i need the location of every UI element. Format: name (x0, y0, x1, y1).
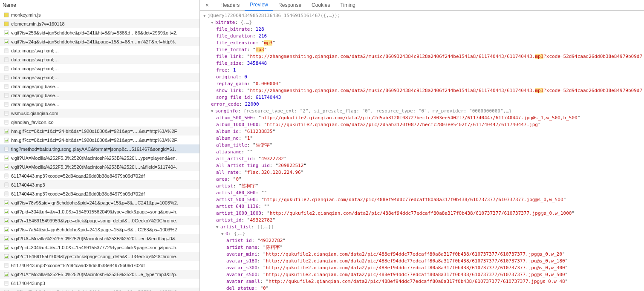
file-row[interactable]: v.gif?UA=Mozilla%252F5.0%2520(Macintosh%… (0, 270, 199, 279)
json-key-file-duration[interactable]: file_duration: 216 (203, 33, 641, 40)
preview-content[interactable]: ▼jQuery17200943498528136486_154691516146… (200, 11, 644, 291)
json-key-avatar-s300[interactable]: avatar_s300: "http://qukufile2.qianqian.… (203, 265, 641, 271)
file-row[interactable]: data:image/png;base… (0, 82, 199, 91)
json-key-original[interactable]: original: 0 (203, 74, 641, 81)
file-row[interactable]: 611740443.mp3 (0, 180, 199, 189)
json-key-error-code[interactable]: error_code: 22000 (203, 101, 641, 108)
file-row[interactable]: v.gif?UA=Mozilla%252F5.0%2520(Macintosh%… (0, 153, 199, 162)
json-key-file-link[interactable]: file_link: "http://zhangmenshiting.qianq… (203, 53, 641, 60)
file-list[interactable]: monkey.min.jselement.min.js?v=160118v.gi… (0, 10, 199, 291)
json-key-artist-list-0[interactable]: ▼0: {,…} (203, 230, 641, 237)
json-key-artist-640[interactable]: artist_640_1136: "" (203, 203, 641, 210)
json-key-file-bitrate[interactable]: file_bitrate: 128 (203, 26, 641, 33)
close-icon[interactable]: × (203, 1, 211, 9)
file-row[interactable]: data:image/svg+xml;… (0, 55, 199, 64)
json-key-file-extension[interactable]: file_extension: "mp3" (203, 40, 641, 46)
svg-rect-86 (5, 281, 8, 285)
file-row[interactable]: 611740443.mp3?xcode=52d94caad26dd0b38e84… (0, 171, 199, 180)
file-name: 611740443.mp3 (11, 281, 45, 286)
chevron-down-icon[interactable]: ▼ (221, 230, 225, 237)
file-row[interactable]: v.gif?pid=304&url=&v=1.0.0&r=15469155377… (0, 243, 199, 252)
file-row[interactable]: data:image/svg+xml;… (0, 64, 199, 73)
file-row[interactable]: v.gif?UA=Mozilla%252F5.0%2520(Macintosh%… (0, 162, 199, 171)
json-key-all-artist-id[interactable]: all_artist_id: "49322782" (203, 156, 641, 162)
file-row[interactable]: hm.gif?cc=0&ck=1&cl=24-bit&ds=1920x1080&… (0, 135, 199, 144)
json-key-album-no[interactable]: album_no: "1" (203, 135, 641, 142)
js-file-icon (3, 12, 9, 18)
json-key-artist-id[interactable]: artist_id: "49322782" (203, 217, 641, 224)
json-key-avatar-mini[interactable]: avatar_mini: "http://qukufile2.qianqian.… (203, 251, 641, 258)
json-key-bitrate[interactable]: ▼bitrate: {,…} (203, 19, 641, 26)
tab-response[interactable]: Response (273, 0, 306, 11)
file-row[interactable]: v.gif?ts=7bzb&sid=jqn5chddohe&pid=241&pa… (0, 288, 199, 291)
file-row[interactable]: data:image/svg+xml;… (0, 46, 199, 55)
file-name: v.gif?ts=253&sid=jqn5chddohe&pid=241&ht=… (11, 30, 177, 35)
json-key-del-status[interactable]: del status: "0" (203, 285, 641, 291)
json-key-album-1000[interactable]: album_1000_1000: "http://qukufile2.qianq… (203, 121, 641, 128)
file-row[interactable]: 611740443.mp3?xcode=52d94caad26dd0b38e84… (0, 189, 199, 198)
file-row[interactable]: data:image/svg+xml;… (0, 73, 199, 82)
file-row[interactable]: ting?method=baidu.ting.song.playAAC&form… (0, 144, 199, 153)
file-name: v.gif?ts=24q&sid=jqn5chddohe&pid=241&pag… (11, 39, 176, 44)
file-row[interactable]: v.gif?ts=78v9&sid=jqn5chddohe&pid=241&pa… (0, 198, 199, 207)
chevron-down-icon[interactable]: ▼ (211, 108, 215, 115)
img-file-icon (3, 227, 9, 233)
json-key-artist-500[interactable]: artist_500_500: "http://qukufile2.qianqi… (203, 196, 641, 203)
file-row[interactable]: data:image/png;base… (0, 91, 199, 100)
file-row[interactable]: hm.gif?cc=0&ck=1&cl=24-bit&ds=1920x1080&… (0, 127, 199, 135)
tab-timing[interactable]: Timing (335, 0, 361, 11)
file-row[interactable]: v.gif?r=1546915501009&type=click&page=so… (0, 252, 199, 261)
json-key-show-link[interactable]: show_link: "http://zhangmenshiting.qianq… (203, 87, 641, 94)
file-row[interactable]: v.gif?UA=Mozilla%252F5.0%2520(Macintosh%… (0, 234, 199, 243)
file-name: data:image/png;base… (11, 102, 60, 107)
file-name: v.gif?pid=304&url=&v=1.0.0&r=15469155377… (11, 245, 177, 250)
json-key-album-title[interactable]: album_title: "生僻字" (203, 142, 641, 149)
file-row[interactable]: v.gif?ts=7a54&sid=jqn5chddohe&pid=241&pa… (0, 225, 199, 234)
file-row[interactable]: element.min.js?v=160118 (0, 19, 199, 28)
tab-preview[interactable]: Preview (245, 0, 273, 11)
json-key-artist-1000[interactable]: artist_1000_1000: "http://qukufile2.qian… (203, 210, 641, 217)
img-file-icon (3, 155, 9, 161)
file-row[interactable]: v.gif?ts=24q&sid=jqn5chddohe&pid=241&pag… (0, 37, 199, 46)
json-key-replay-gain[interactable]: replay_gain: "0.000000" (203, 81, 641, 87)
tab-headers[interactable]: Headers (215, 0, 245, 11)
file-row[interactable]: 611740443.mp3 (0, 279, 199, 288)
file-row[interactable]: monkey.min.js (0, 10, 199, 19)
file-row[interactable]: 611740443.mp3?xcode=52d94caad26dd0b38e84… (0, 261, 199, 270)
file-row[interactable]: data:image/png;base… (0, 100, 199, 109)
chevron-down-icon[interactable]: ▼ (203, 12, 208, 19)
json-key-al-artist-name[interactable]: artist_name: "陈柯宇" (203, 244, 641, 251)
json-key-song-file-id[interactable]: song_file_id: 611740443 (203, 94, 641, 101)
json-key-artist-480[interactable]: artist_480_800: "" (203, 190, 641, 196)
name-column-header[interactable]: Name (0, 0, 199, 10)
json-key-avatar-s180[interactable]: avatar_s180: "http://qukufile2.qianqian.… (203, 258, 641, 265)
file-row[interactable]: wsmusic.qianqian.com (0, 109, 199, 118)
json-key-all-rate[interactable]: all_rate: "flac,320,128,224,96" (203, 169, 641, 176)
json-key-all-artist-ting-uid[interactable]: all_artist_ting_uid: "209822512" (203, 162, 641, 169)
json-key-album-id[interactable]: album_id: "611238835" (203, 128, 641, 135)
json-key-file-format[interactable]: file_format: "mp3" (203, 46, 641, 53)
tab-cookies[interactable]: Cookies (306, 0, 335, 11)
json-key-artist-list[interactable]: ▼artist_list: [{,…}] (203, 224, 641, 230)
img-file-icon (3, 209, 9, 215)
chevron-down-icon[interactable]: ▼ (216, 224, 220, 230)
json-key-aliasname[interactable]: aliasname: "" (203, 149, 641, 156)
json-key-file-size[interactable]: file_size: 3458448 (203, 60, 641, 67)
file-row[interactable]: v.gif?ts=253&sid=jqn5chddohe&pid=241&ht=… (0, 28, 199, 37)
json-key-songinfo[interactable]: ▼songinfo: {resource_type_ext: "2", si_p… (203, 108, 641, 115)
file-row[interactable]: v.gif?r=1546915499959&type=click&page=so… (0, 216, 199, 225)
json-key-artist[interactable]: artist: "陈柯宇" (203, 183, 641, 190)
file-row[interactable]: v.gif?pid=304&url=&v=1.0.0&r=15469155820… (0, 207, 199, 216)
json-key-avatar-small[interactable]: avatar_small: "http://qukufile2.qianqian… (203, 278, 641, 285)
json-key-album-500[interactable]: album_500_500: "http://qukufile2.qianqia… (203, 115, 641, 121)
doc-file-icon (3, 57, 9, 63)
json-key-avatar-s500[interactable]: avatar_s500: "http://qukufile2.qianqian.… (203, 271, 641, 278)
json-key-free[interactable]: free: 1 (203, 67, 641, 74)
file-name: v.gif?ts=78v9&sid=jqn5chddohe&pid=241&pa… (11, 200, 178, 205)
file-row[interactable]: qianqian_favicon.ico (0, 118, 199, 127)
js-file-icon (3, 21, 9, 27)
chevron-down-icon[interactable]: ▼ (211, 19, 215, 26)
json-root[interactable]: ▼jQuery17200943498528136486_154691516146… (203, 12, 641, 19)
json-key-area[interactable]: area: "0" (203, 176, 641, 183)
json-key-al-artist-id[interactable]: artist_id: "49322782" (203, 237, 641, 244)
